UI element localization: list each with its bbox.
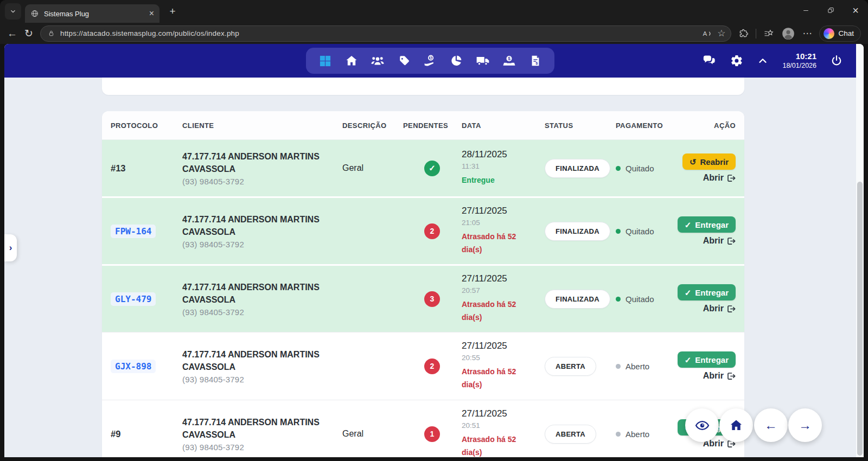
delivery-note: Entregue	[462, 174, 522, 187]
description: Geral	[342, 429, 403, 439]
client-phone: (93) 98405-3792	[182, 308, 342, 317]
chat-label: Chat	[838, 29, 854, 37]
home-fab[interactable]	[719, 408, 753, 442]
order-time: 20:55	[462, 354, 545, 362]
read-aloud-icon[interactable]: A	[701, 28, 712, 39]
open-label: Abrir	[703, 173, 724, 183]
check-icon: ✓	[685, 289, 692, 297]
svg-text:$: $	[535, 61, 538, 66]
col-descricao: DESCRIÇÃO	[342, 121, 403, 130]
client-phone: (93) 98405-3792	[182, 240, 342, 249]
favorites-hub-icon[interactable]	[763, 28, 774, 39]
open-link[interactable]: Abrir	[703, 173, 736, 183]
col-data: DATA	[462, 121, 545, 130]
gear-icon[interactable]	[730, 54, 743, 67]
invoice-icon[interactable]: $	[528, 54, 542, 68]
deliver-button[interactable]: ✓ Entregar	[678, 216, 736, 233]
status-badge: ABERTA	[545, 425, 596, 444]
close-button[interactable]: ×	[843, 0, 868, 21]
browser-titlebar: Sistemas Plug × + ×	[0, 0, 868, 23]
address-bar: ← ↻ https://atacado.sistemasplug.com/pub…	[0, 23, 868, 44]
order-time: 11:31	[462, 162, 545, 170]
reopen-button[interactable]: ↺ Reabrir	[682, 153, 736, 170]
home-icon[interactable]	[344, 54, 359, 68]
chat-bubbles-icon[interactable]	[702, 54, 717, 68]
overdue-note: Atrasado há 52 dia(s)	[462, 298, 522, 324]
sidebar-expander[interactable]: ›	[4, 234, 17, 261]
protocol-chip[interactable]: FPW-164	[111, 225, 156, 238]
browser-window: Sistemas Plug × + × ← ↻ https:/	[0, 0, 868, 461]
customers-icon[interactable]	[371, 54, 385, 68]
status-badge: ABERTA	[545, 357, 596, 376]
profile-avatar[interactable]	[781, 27, 795, 41]
open-link[interactable]: Abrir	[703, 236, 736, 246]
minimize-button[interactable]	[793, 0, 818, 21]
chevron-right-icon: ›	[9, 242, 12, 253]
table-row: #13 47.177.714 ANDERSON MARTINS CAVASSOL…	[102, 140, 744, 196]
table-row: GLY-479 47.177.714 ANDERSON MARTINS CAVA…	[102, 264, 744, 332]
nav-menu-pill: $	[306, 48, 554, 74]
copilot-chat-button[interactable]: Chat	[819, 25, 861, 42]
svg-text:A: A	[703, 30, 707, 37]
tab-close-icon[interactable]: ×	[149, 9, 154, 18]
favorite-star-icon[interactable]: ☆	[717, 28, 725, 39]
table-row: FPW-164 47.177.714 ANDERSON MARTINS CAVA…	[102, 196, 744, 264]
payment-label: Quitado	[626, 164, 654, 173]
browser-tab[interactable]: Sistemas Plug ×	[25, 4, 159, 23]
deliver-button[interactable]: ✓ Entregar	[678, 351, 736, 368]
pending-count-badge: 2	[424, 223, 440, 239]
pending-count-badge: 3	[424, 291, 440, 307]
clock: 10:21 18/01/2026	[782, 52, 816, 70]
page-scrollbar[interactable]	[856, 44, 864, 457]
order-time: 21:05	[462, 219, 545, 227]
home-icon	[729, 418, 743, 432]
view-fab[interactable]	[685, 408, 719, 442]
deliver-button[interactable]: ✓ Entregar	[678, 284, 736, 300]
eye-icon	[695, 418, 710, 433]
tag-icon[interactable]	[397, 54, 411, 68]
protocol-chip[interactable]: GLY-479	[111, 292, 156, 306]
open-link[interactable]: Abrir	[703, 371, 736, 381]
client-name: 47.177.714 ANDERSON MARTINS CAVASSOLA	[182, 348, 342, 373]
new-tab-button[interactable]: +	[165, 4, 180, 19]
col-pendentes: PENDENTES	[403, 121, 462, 130]
client-phone: (93) 98405-3792	[182, 375, 342, 384]
protocol-chip[interactable]: GJX-898	[111, 360, 156, 373]
collapse-chevron-icon[interactable]	[757, 55, 769, 67]
client-name: 47.177.714 ANDERSON MARTINS CAVASSOLA	[182, 281, 342, 306]
extensions-icon[interactable]	[738, 28, 749, 39]
url-text[interactable]: https://atacado.sistemasplug.com/public/…	[60, 29, 697, 37]
payment-label: Aberto	[626, 430, 649, 439]
reopen-label: Reabrir	[700, 157, 729, 167]
order-date: 27/11/2025	[462, 341, 545, 351]
overdue-note: Atrasado há 52 dia(s)	[462, 366, 522, 392]
reload-icon[interactable]: ↻	[24, 28, 33, 39]
client-name: 47.177.714 ANDERSON MARTINS CAVASSOLA	[182, 213, 342, 238]
deliver-label: Entregar	[695, 355, 729, 364]
overdue-note: Atrasado há 52 dia(s)	[462, 230, 522, 257]
settings-menu-icon[interactable]: ⋯	[802, 28, 812, 39]
previous-page-fab[interactable]: ←	[754, 408, 788, 442]
open-label: Abrir	[703, 304, 724, 313]
scrollbar-thumb[interactable]	[857, 182, 863, 456]
table-row: #9 47.177.714 ANDERSON MARTINS CAVASSOLA…	[102, 400, 744, 457]
windows-icon[interactable]	[318, 54, 332, 68]
hand-dollar-icon[interactable]: $	[423, 54, 437, 68]
open-link[interactable]: Abrir	[703, 304, 736, 313]
deposit-icon[interactable]: $	[502, 54, 516, 68]
undo-icon: ↺	[690, 158, 697, 166]
pie-chart-icon[interactable]	[449, 54, 463, 68]
status-badge: FINALIZADA	[545, 159, 610, 178]
tab-actions-button[interactable]	[5, 3, 21, 20]
url-field[interactable]: https://atacado.sistemasplug.com/public/…	[40, 25, 732, 42]
truck-icon[interactable]	[476, 54, 490, 68]
svg-text:$: $	[508, 55, 510, 61]
restore-button[interactable]	[818, 0, 843, 21]
pending-count-badge: 1	[424, 426, 440, 442]
payment-dot	[616, 297, 621, 302]
next-page-fab[interactable]: →	[788, 408, 822, 442]
order-time: 20:57	[462, 286, 545, 294]
power-icon[interactable]	[830, 54, 843, 67]
payment-dot	[616, 166, 621, 171]
back-icon[interactable]: ←	[7, 28, 17, 39]
